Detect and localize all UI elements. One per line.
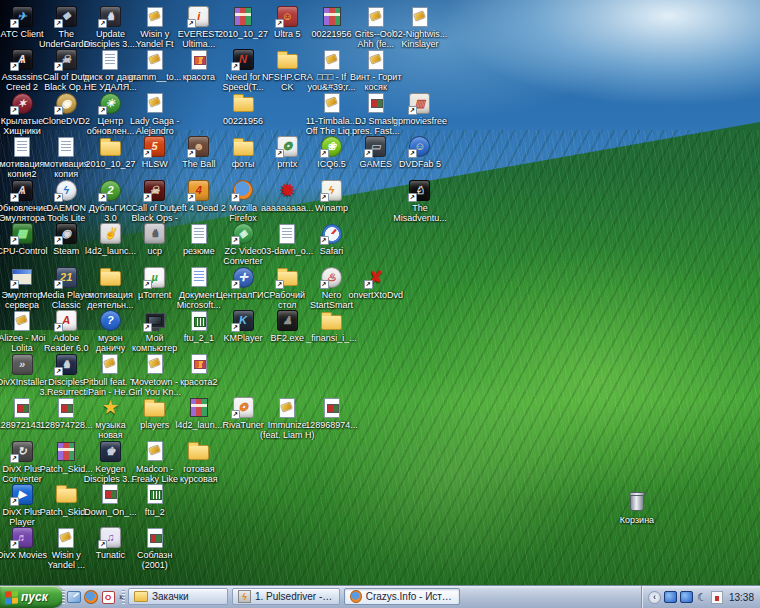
rar-icon [186,397,212,418]
network-2-tray-icon[interactable] [680,591,693,603]
taskbar-clock[interactable]: 13:38 [729,592,754,603]
shortcut-arrow-icon: ↗ [275,149,284,158]
desktop-icon[interactable]: ♘↗The Misadventu... [392,180,448,223]
doc-icon [53,136,79,157]
circ-icon: ϟ↗ [53,180,79,201]
app-icon: Ѧ↗ [9,49,35,70]
app-icon: 21↗ [53,267,79,288]
circ-icon: ✛↗ [230,267,256,288]
shortcut-arrow-icon: ↗ [364,149,373,158]
shortcut-arrow-icon: ↗ [408,106,417,115]
circ-icon: ? [97,310,123,331]
quick-launch: O» [67,586,125,608]
opera-icon: O [102,591,115,604]
app-icon: ♬↗ [9,527,35,548]
shortcut-arrow-icon: ↗ [98,106,107,115]
shortcut-arrow-icon: ↗ [98,193,107,202]
shortcut-arrow-icon: ↗ [275,280,284,289]
opera-quicklaunch-button[interactable]: O [101,590,115,604]
app-icon: i↗ [186,6,212,27]
circ-icon: ◈↗ [230,223,256,244]
folder-icon [230,93,256,114]
excel-icon [186,310,212,331]
desktop-icon[interactable]: ☺↗DVDFab 5 [392,136,448,169]
torrent-icon [363,6,389,27]
desktop-icon[interactable]: красота2 [171,354,227,387]
quick-launch-handle[interactable] [62,590,65,604]
shortcut-arrow-icon: ↗ [54,280,63,289]
app-icon: » [9,354,35,375]
desktop-icon-label: onvertXtoDvd [348,290,404,300]
torrent-icon [142,93,168,114]
tasks-handle[interactable] [122,590,125,604]
doc-icon [186,223,212,244]
moon-tray-icon[interactable]: ☾ [696,591,708,603]
torrent-icon [142,354,168,375]
task-button[interactable]: ϟ1. Pulsedriver - Vaga... [232,588,340,605]
book-icon [53,397,79,418]
folder-icon [134,591,148,602]
network-1-tray-icon[interactable] [664,591,677,603]
book-icon [97,484,123,505]
taskbar: пуск O» Закачкиϟ1. Pulsedriver - Vaga...… [0,585,760,608]
app-icon: 4↗ [186,180,212,201]
desktop-icon-label: Соблазн (2001) [127,550,183,570]
circ-icon: ❀↗ [319,136,345,157]
desktop-icon-label: Lady Gaga - Alejandro [127,116,183,136]
circ-icon: ♨↗ [319,267,345,288]
desktop-icon[interactable]: 00221956 [215,93,271,126]
app-icon: ◉↗ [53,223,79,244]
desktop-icon[interactable]: ▥↗gpmoviesfree [392,93,448,126]
desktop-icon-label: Винт - Горит косяк [348,72,404,92]
app-icon: ☠↗ [142,180,168,201]
shortcut-arrow-icon: ↗ [143,280,152,289]
task-button-label: 1. Pulsedriver - Vaga... [255,591,334,602]
shortcut-arrow-icon: ↗ [143,149,152,158]
desktop-icon-label: готовая курсовая [171,464,227,484]
desktop-icon[interactable]: 02-Nightwis... Kinslayer [392,6,448,49]
desktop-icon[interactable]: ✘↗onvertXtoDvd [348,267,404,300]
shortcut-arrow-icon: ↗ [231,62,240,71]
task-button[interactable]: Закачки [128,588,228,605]
desktop-icon-label: DVDFab 5 [392,159,448,169]
torrent-icon [97,354,123,375]
folder-icon: ↗ [274,267,300,288]
rar-icon [53,441,79,462]
circ-icon: ✶↗ [9,93,35,114]
desktop[interactable]: ✈↗ATC Client❖↗The UnderGarden♞↗Update Di… [0,0,760,608]
torrent-icon [142,6,168,27]
shortcut-arrow-icon: ↗ [10,454,19,463]
desktop-icon[interactable]: Соблазн (2001) [127,527,183,570]
start-button[interactable]: пуск [0,586,63,608]
desktop-icon-label: 00221956 [215,116,271,126]
torrent-icon [363,49,389,70]
desktop-icon[interactable]: готовая курсовая [171,441,227,484]
torrent-icon [53,527,79,548]
monitor-icon: ↗ [142,310,168,331]
shortcut-arrow-icon: ↗ [231,323,240,332]
desktop-icon-label: _finansi_i_... [304,333,360,343]
hide-icons-tray-icon[interactable]: ‹ [648,591,661,604]
firefox-quicklaunch-button[interactable] [84,590,98,604]
torrent-icon [9,310,35,331]
show-desktop-icon [67,591,81,603]
desktop-icon[interactable]: ϟ↗Winamp [304,180,360,213]
shortcut-arrow-icon: ↗ [187,19,196,28]
app-icon: K↗ [230,310,256,331]
desktop-icon[interactable]: ↗Safari [304,223,360,256]
app-icon: ❂↗ [274,136,300,157]
desktop-icon[interactable]: Корзина [609,492,665,525]
desktop-icon-label: Winamp [304,203,360,213]
journal-tray-icon[interactable] [711,591,723,604]
doc-icon [274,223,300,244]
desktop-icon[interactable]: Lady Gaga - Alejandro [127,93,183,136]
desktop-icon[interactable]: _finansi_i_... [304,310,360,343]
desktop-icon[interactable]: Винт - Горит косяк [348,49,404,92]
task-button-label: Закачки [152,591,189,602]
task-button[interactable]: Crazys.Info - Источн... [344,588,460,605]
img-icon [186,49,212,70]
show-desktop-quicklaunch-button[interactable] [67,590,81,604]
desktop-icon[interactable]: ftu_2 [127,484,183,517]
shortcut-arrow-icon: ↗ [320,193,329,202]
desktop-icon[interactable]: 128968974... [304,397,360,430]
